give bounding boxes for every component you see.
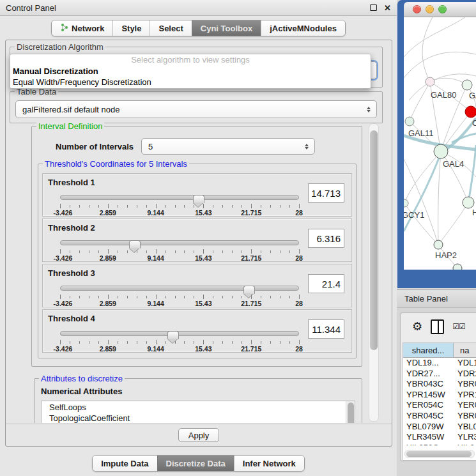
network-edge (430, 78, 467, 85)
table-row[interactable]: YBR043CYBR0 (403, 379, 476, 390)
tab-infer-network[interactable]: Infer Network (234, 456, 304, 471)
zoom-light[interactable] (438, 5, 447, 13)
number-of-intervals-combobox[interactable]: 5 (141, 138, 315, 155)
tab-impute-data[interactable]: Impute Data (93, 456, 157, 471)
threshold-value-field[interactable]: 6.316 (308, 229, 344, 248)
slider-tick-label: 21.715 (241, 254, 261, 262)
network-node-label: GA (469, 91, 476, 100)
cell-shared-name: YDR27... (403, 369, 453, 380)
table-header-row: shared... na (403, 343, 476, 358)
right-pane: GAL80GACGAL11GAL4GCY1HHAP2 Table Panel ⚙… (397, 0, 476, 476)
threshold-value-field[interactable]: 14.713 (308, 183, 344, 203)
slider-tick-label: -3.426 (54, 254, 73, 262)
thresholds-group: Threshold's Coordinates for 5 Intervals … (38, 164, 357, 358)
network-window[interactable]: GAL80GACGAL11GAL4GCY1HHAP2 (397, 0, 476, 288)
tab-cyni-toolbox[interactable]: Cyni Toolbox (192, 20, 261, 36)
combo-arrows-icon (305, 139, 309, 154)
column-header-name[interactable]: na (454, 343, 476, 357)
column-header-shared-name[interactable]: shared... (403, 343, 454, 357)
table-row[interactable]: YER054CYER0 (403, 400, 476, 411)
table-panel-header: Table Panel (397, 289, 476, 308)
threshold-slider[interactable]: -3.4262.8599.14415.4321.71528 (60, 238, 299, 259)
table-horizontal-scrollbar[interactable] (404, 450, 475, 458)
slider-handle[interactable] (167, 331, 179, 339)
panel-title: Control Panel (6, 3, 56, 13)
slider-tick-label: 28 (295, 345, 303, 353)
slider-tick-label: 15.43 (195, 345, 211, 353)
network-node[interactable] (434, 144, 448, 158)
network-node-label: GAL80 (431, 90, 456, 100)
threshold-slider[interactable]: -3.4262.8599.14415.4321.71528 (60, 328, 299, 350)
panel-scrollbar[interactable] (369, 123, 379, 422)
top-tab-bar: NetworkStyleSelectCyni ToolboxjActiveMNo… (51, 20, 346, 36)
control-panel: Control Panel ✕ NetworkStyleSelectCyni T… (0, 0, 397, 476)
table-data-combobox[interactable]: galFiltered.sif default node (15, 100, 377, 118)
table-row[interactable]: YDL19...YDL1 (403, 358, 476, 369)
numerical-attributes-list: SelfLoopsTopologicalCoefficientBetweenne… (41, 401, 355, 423)
network-node[interactable] (426, 77, 434, 86)
close-light[interactable] (413, 5, 421, 13)
tab-jactivemnodules[interactable]: jActiveMNodules (261, 20, 345, 36)
tab-label: Discretize Data (166, 459, 226, 468)
cell-name: YIL0 (453, 443, 476, 445)
threshold-panel-1: Threshold 1-3.4262.8599.14415.4321.71528… (42, 173, 352, 217)
network-node[interactable] (434, 240, 443, 249)
close-icon[interactable]: ✕ (384, 4, 391, 12)
threshold-value-field[interactable]: 21.4 (308, 274, 344, 293)
tab-discretize-data[interactable]: Discretize Data (157, 456, 234, 471)
slider-tick-label: 28 (295, 300, 303, 307)
apply-button[interactable]: Apply (178, 428, 219, 442)
algorithm-option-manual[interactable]: Manual Discretization (10, 66, 371, 77)
network-node[interactable] (463, 197, 474, 208)
slider-handle[interactable] (243, 286, 255, 294)
gear-icon[interactable]: ⚙ (412, 321, 422, 332)
table-row[interactable]: YIL052CYIL0 (403, 443, 476, 445)
checkboxes-icon[interactable]: ☑☑ (452, 322, 465, 331)
cell-shared-name: YPR145W (403, 390, 453, 401)
table-row[interactable]: YLR345WYLR3 (403, 432, 476, 443)
table-data-value: galFiltered.sif default node (22, 105, 119, 114)
network-canvas[interactable]: GAL80GACGAL11GAL4GCY1HHAP2 (404, 17, 476, 270)
network-node[interactable] (462, 80, 472, 90)
tab-network[interactable]: Network (52, 20, 112, 36)
algorithm-prompt-item[interactable]: Select algorithm to view settings (10, 54, 371, 66)
network-node[interactable] (453, 264, 462, 270)
table-row[interactable]: YBR045CYBR0 (403, 411, 476, 422)
table-panel-title: Table Panel (404, 294, 448, 303)
attribute-list-item[interactable]: TopologicalCoefficient (49, 413, 346, 424)
float-window-icon[interactable] (370, 4, 377, 11)
network-node[interactable] (404, 199, 408, 207)
network-node-label: GAL11 (408, 128, 434, 138)
attribute-list-item[interactable]: SelfLoops (49, 403, 346, 413)
combo-arrows-icon (367, 101, 371, 118)
minimize-light[interactable] (426, 5, 434, 13)
list-scrollbar[interactable] (346, 401, 355, 423)
tab-select[interactable]: Select (150, 20, 191, 36)
slider-tick-label: 2.859 (100, 209, 116, 217)
slider-tick-label: 15.43 (195, 300, 211, 307)
network-node-label: GCY1 (404, 210, 424, 220)
tab-label: Infer Network (243, 459, 296, 468)
network-edge (404, 17, 465, 57)
network-node-label: GAL4 (443, 159, 464, 169)
slider-handle[interactable] (129, 240, 141, 249)
threshold-slider[interactable]: -3.4262.8599.14415.4321.71528 (60, 283, 299, 305)
table-row[interactable]: YDR27...YDR2 (403, 369, 476, 380)
algorithm-option-equal-width[interactable]: Equal Width/Frequency Discretization (10, 77, 371, 88)
attributes-group-title: Attributes to discretize (39, 374, 125, 383)
slider-handle[interactable] (193, 195, 204, 203)
tab-style[interactable]: Style (112, 20, 150, 36)
slider-tick-label: 9.144 (147, 345, 164, 353)
numerical-attributes-label: Numerical Attributes (41, 387, 355, 396)
threshold-value-field[interactable]: 11.344 (308, 319, 344, 339)
network-node[interactable] (465, 106, 476, 118)
slider-tick-label: 21.715 (241, 345, 261, 353)
network-node-label: C (472, 118, 476, 128)
threshold-panel-4: Threshold 4-3.4262.8599.14415.4321.71528… (42, 309, 352, 353)
threshold-slider[interactable]: -3.4262.8599.14415.4321.71528 (60, 192, 299, 214)
table-row[interactable]: YBL079WYBL0 (403, 422, 476, 433)
threshold-label: Threshold 1 (48, 178, 95, 187)
network-node[interactable] (405, 117, 414, 126)
columns-icon[interactable] (431, 319, 444, 334)
table-row[interactable]: YPR145WYPR1 (403, 390, 476, 401)
